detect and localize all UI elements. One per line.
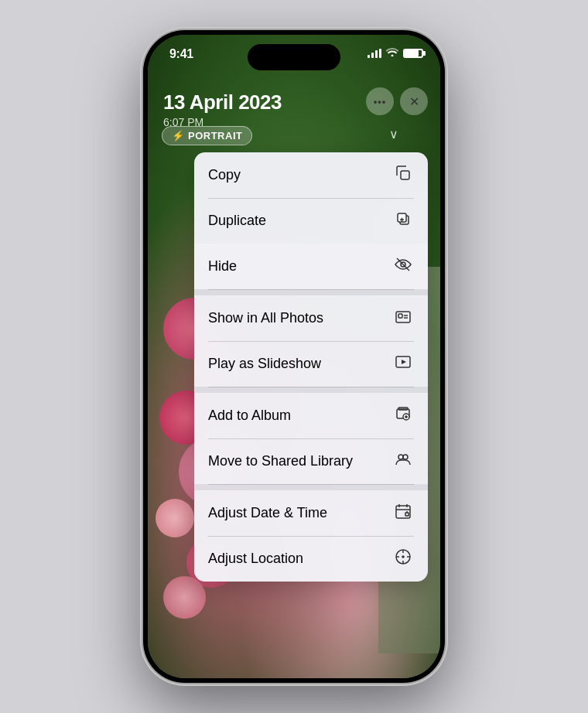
svg-point-27	[402, 556, 404, 558]
dynamic-island	[248, 44, 340, 70]
phone-frame: 9:41	[143, 30, 445, 683]
menu-adjust-datetime-label: Adjust Date & Time	[208, 505, 327, 521]
menu-slideshow-label: Play as Slideshow	[208, 356, 321, 372]
chevron-down-icon: ∨	[389, 128, 398, 141]
more-icon: •••	[374, 96, 387, 107]
svg-rect-0	[401, 171, 409, 179]
menu-item-adjust-datetime[interactable]: Adjust Date & Time	[194, 490, 428, 536]
phone-screen: 9:41	[148, 35, 440, 678]
show-all-photos-icon	[392, 308, 414, 329]
svg-rect-8	[398, 314, 402, 318]
menu-adjust-location-label: Adjust Location	[208, 551, 303, 567]
menu-item-hide[interactable]: Hide	[194, 244, 428, 289]
wifi-icon	[386, 47, 398, 59]
menu-item-adjust-location[interactable]: Adjust Location	[194, 536, 428, 582]
slideshow-icon	[392, 353, 414, 374]
menu-shared-library-label: Move to Shared Library	[208, 453, 353, 469]
close-icon: ✕	[409, 94, 419, 109]
menu-item-shared-library[interactable]: Move to Shared Library	[194, 438, 428, 484]
menu-item-show-all-photos[interactable]: Show in All Photos	[194, 295, 428, 341]
photo-expand-area: ∨	[389, 126, 398, 142]
menu-item-slideshow[interactable]: Play as Slideshow	[194, 341, 428, 387]
duplicate-icon	[392, 210, 414, 231]
status-time: 9:41	[169, 47, 193, 61]
copy-icon	[392, 165, 414, 186]
battery-icon	[403, 49, 423, 58]
svg-marker-12	[402, 360, 406, 364]
svg-point-18	[398, 455, 403, 459]
menu-item-add-album[interactable]: Add to Album	[194, 393, 428, 438]
adjust-location-icon	[392, 548, 414, 569]
signal-icon	[368, 49, 381, 58]
menu-separator-1	[194, 289, 428, 295]
adjust-datetime-icon	[392, 503, 414, 524]
menu-copy-label: Copy	[208, 167, 241, 183]
menu-item-duplicate[interactable]: Duplicate	[194, 198, 428, 244]
menu-separator-3	[194, 484, 428, 490]
status-icons	[368, 47, 423, 59]
add-album-icon	[392, 405, 414, 426]
portrait-label: PORTRAIT	[188, 130, 242, 142]
context-menu: Copy Duplicate	[194, 152, 428, 582]
menu-add-album-label: Add to Album	[208, 408, 291, 424]
menu-item-copy[interactable]: Copy	[194, 152, 428, 198]
hide-icon	[392, 256, 414, 277]
portrait-badge[interactable]: ⚡ PORTRAIT	[162, 126, 252, 145]
svg-point-19	[403, 455, 408, 459]
shared-library-icon	[392, 451, 414, 472]
menu-hide-label: Hide	[208, 258, 237, 275]
header-actions: ••• ✕	[366, 87, 428, 115]
menu-duplicate-label: Duplicate	[208, 213, 266, 229]
portrait-icon: ⚡	[172, 130, 184, 142]
close-button[interactable]: ✕	[400, 87, 428, 115]
svg-rect-24	[405, 513, 409, 516]
menu-separator-2	[194, 387, 428, 393]
menu-show-all-photos-label: Show in All Photos	[208, 310, 323, 326]
more-button[interactable]: •••	[366, 87, 394, 115]
